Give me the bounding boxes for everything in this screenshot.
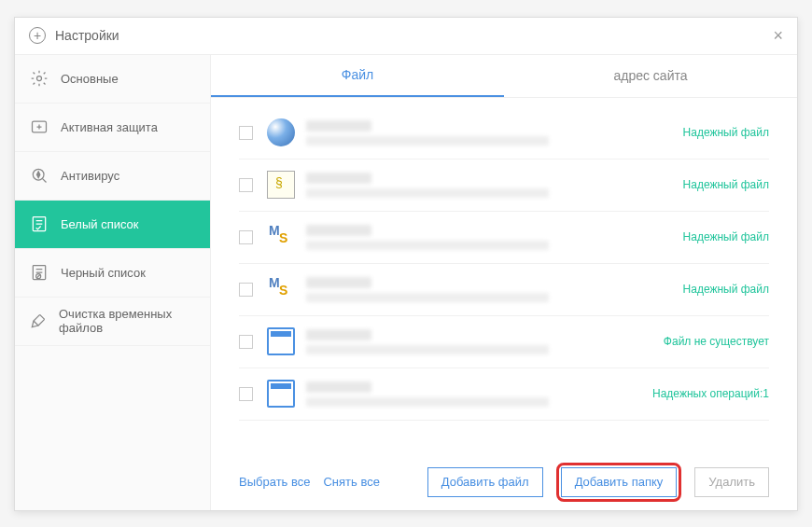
main: Файл адрес сайта Надежный файл Надежный … xyxy=(211,55,797,510)
sidebar-item-label: Черный список xyxy=(61,266,146,280)
status-badge: Надежный файл xyxy=(683,230,769,243)
status-badge: Надежный файл xyxy=(683,283,769,296)
sidebar-item-antivirus[interactable]: Антивирус xyxy=(15,152,210,201)
sidebar-item-label: Белый список xyxy=(61,217,139,231)
sidebar-item-label: Активная защита xyxy=(61,120,158,134)
folder-icon xyxy=(267,327,295,355)
file-text xyxy=(306,381,652,407)
sidebar: Основные Активная защита Антивирус Белый… xyxy=(15,55,211,510)
tab-file[interactable]: Файл xyxy=(211,55,504,97)
list-item: Надежный файл xyxy=(239,264,769,316)
checkbox[interactable] xyxy=(239,230,253,244)
deselect-all-link[interactable]: Снять все xyxy=(323,475,379,489)
titlebar: + Настройки × xyxy=(15,18,797,55)
sidebar-item-cleanup[interactable]: Очистка временных файлов xyxy=(15,298,210,346)
checkbox[interactable] xyxy=(239,178,253,192)
ms-icon xyxy=(267,223,295,251)
list-item: Надежный файл xyxy=(239,107,769,159)
file-text xyxy=(306,173,683,198)
list-item: Файл не существует xyxy=(239,316,769,368)
svg-point-0 xyxy=(37,76,42,81)
file-text xyxy=(306,329,664,354)
delete-button[interactable]: Удалить xyxy=(694,467,769,497)
svg-line-7 xyxy=(37,275,40,278)
sidebar-item-label: Очистка временных файлов xyxy=(59,307,196,335)
sidebar-item-whitelist[interactable]: Белый список xyxy=(15,201,210,249)
checkbox[interactable] xyxy=(239,126,253,140)
close-icon[interactable]: × xyxy=(773,26,783,46)
settings-window: + Настройки × Основные Активная защита xyxy=(14,17,798,511)
sidebar-item-blacklist[interactable]: Черный список xyxy=(15,249,210,298)
broom-icon xyxy=(29,311,48,331)
select-all-link[interactable]: Выбрать все xyxy=(239,475,310,489)
status-badge: Файл не существует xyxy=(664,335,769,348)
folder-icon xyxy=(267,380,295,408)
ms-icon xyxy=(267,275,295,303)
tabs: Файл адрес сайта xyxy=(211,55,797,98)
file-text xyxy=(306,277,683,302)
status-badge: Надежный файл xyxy=(683,178,769,191)
gear-icon xyxy=(29,68,49,89)
svg-line-3 xyxy=(42,178,46,182)
list-item: Надежных операций:1 xyxy=(239,368,769,421)
add-file-button[interactable]: Добавить файл xyxy=(427,467,543,497)
tab-site[interactable]: адрес сайта xyxy=(504,55,797,97)
window-title: Настройки xyxy=(55,28,773,43)
file-list: Надежный файл Надежный файл Надежный фай… xyxy=(211,98,797,454)
shield-icon xyxy=(29,117,49,137)
sidebar-item-protection[interactable]: Активная защита xyxy=(15,104,210,152)
checkbox[interactable] xyxy=(239,283,253,297)
status-badge: Надежный файл xyxy=(683,126,769,139)
checkbox[interactable] xyxy=(239,335,253,349)
highlight-box: Добавить папку xyxy=(556,463,682,502)
sidebar-item-general[interactable]: Основные xyxy=(15,55,210,104)
windows-icon xyxy=(267,118,295,146)
file-text xyxy=(306,225,683,250)
add-folder-button[interactable]: Добавить папку xyxy=(561,467,678,497)
scan-icon xyxy=(29,165,49,186)
list-check-icon xyxy=(29,214,49,234)
sidebar-item-label: Основные xyxy=(61,72,119,86)
plus-circle-icon: + xyxy=(29,27,46,44)
footer: Выбрать все Снять все Добавить файл Доба… xyxy=(211,454,797,510)
document-icon xyxy=(267,171,295,199)
body: Основные Активная защита Антивирус Белый… xyxy=(15,55,797,510)
list-item: Надежный файл xyxy=(239,159,769,212)
file-text xyxy=(306,120,683,146)
checkbox[interactable] xyxy=(239,387,253,401)
list-item: Надежный файл xyxy=(239,212,769,264)
list-block-icon xyxy=(29,262,49,283)
status-badge: Надежных операций:1 xyxy=(652,387,769,400)
sidebar-item-label: Антивирус xyxy=(61,169,119,183)
